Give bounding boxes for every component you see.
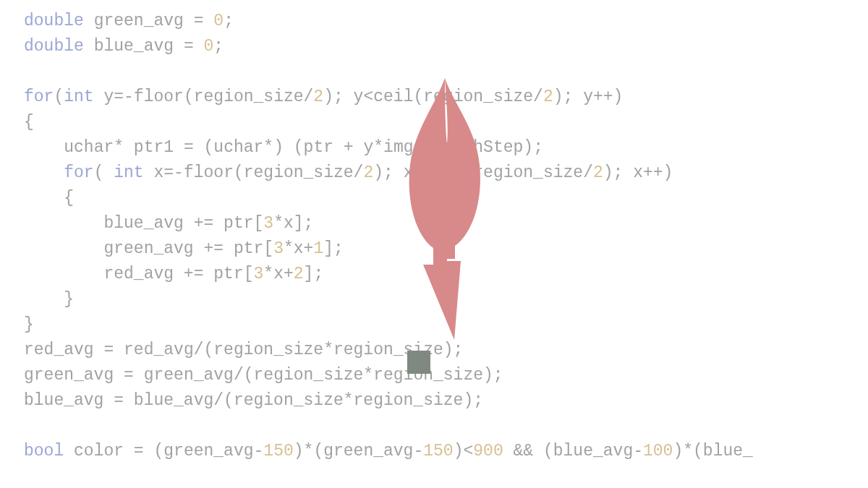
token-punct: [ (254, 214, 264, 233)
token-punct: ( (94, 163, 104, 182)
token-punct: [ (244, 265, 254, 283)
code-line[interactable] (24, 414, 868, 439)
token-ident: blue_avg (134, 391, 213, 410)
token-op: + (284, 265, 294, 283)
token-num: 3 (254, 265, 264, 283)
token-ident: blue_ (703, 442, 753, 461)
code-line[interactable]: } (24, 312, 868, 338)
token-ident: x (273, 265, 284, 283)
token-punct: ( (153, 442, 163, 461)
token-ident: floor (134, 87, 184, 106)
code-line[interactable]: green_avg += ptr[3*x+1]; (24, 236, 868, 262)
token-ident: region_size (473, 163, 583, 182)
code-line[interactable]: double green_avg = 0; (24, 9, 868, 34)
token-punct: ; (333, 239, 344, 258)
token-op: * (304, 442, 314, 461)
token-punct: ; (533, 138, 543, 157)
token-ident: y (363, 138, 373, 157)
token-op: / (234, 366, 244, 385)
token-punct: ( (184, 87, 194, 106)
token-kw: for (64, 163, 93, 182)
token-num: 3 (263, 214, 273, 233)
token-punct: ) (603, 163, 613, 182)
token-ident: y (354, 87, 364, 106)
token-op: -> (414, 138, 434, 157)
token-op: / (194, 341, 204, 359)
token-punct: } (24, 315, 34, 334)
token-op: < (413, 163, 423, 182)
token-ident: blue_avg (94, 37, 174, 56)
token-op: < (363, 87, 373, 106)
token-op: =- (163, 163, 184, 182)
token-punct: ) (294, 442, 304, 461)
token-punct: ; (333, 87, 344, 106)
token-punct: ) (613, 87, 624, 106)
token-punct: { (64, 189, 74, 207)
token-ident: region_size (354, 391, 464, 410)
token-num: 2 (313, 87, 323, 106)
token-num: 900 (473, 442, 503, 461)
token-ident: red_avg (124, 341, 194, 359)
code-line[interactable]: blue_avg = blue_avg/(region_size*region_… (24, 388, 868, 414)
token-ident: green_avg (163, 442, 253, 461)
token-op: && (514, 442, 534, 461)
token-op: ++ (643, 163, 663, 182)
code-line[interactable]: red_avg += ptr[3*x+2]; (24, 262, 868, 287)
token-op: += (194, 214, 214, 233)
token-punct: ; (613, 163, 624, 182)
token-ident: floor (184, 163, 234, 182)
token-op: += (184, 265, 204, 283)
token-op: < (463, 442, 473, 461)
token-ident: region_size (213, 341, 323, 359)
token-op: * (114, 138, 124, 157)
token-op: * (263, 265, 273, 283)
token-ident: blue_avg (553, 442, 633, 461)
token-op: += (203, 239, 224, 258)
code-line[interactable]: double blue_avg = 0; (24, 34, 868, 59)
token-ident: region_size (333, 341, 443, 359)
code-line[interactable]: { (24, 110, 868, 135)
token-op: = (103, 341, 114, 359)
token-punct: ) (663, 163, 673, 182)
code-line[interactable]: uchar* ptr1 = (uchar*) (ptr + y*img->wid… (24, 135, 868, 160)
token-num: 3 (273, 239, 284, 258)
token-punct: ) (673, 442, 683, 461)
token-num: 2 (363, 163, 373, 182)
token-punct: ( (204, 341, 214, 359)
code-line[interactable]: { (24, 186, 868, 211)
token-punct: ) (553, 87, 563, 106)
token-punct: ) (483, 366, 493, 385)
code-line[interactable]: bool color = (green_avg-150)*(green_avg-… (24, 439, 868, 464)
code-line[interactable]: for( int x=-floor(region_size/2); x<ceil… (24, 160, 868, 186)
token-kw: double (24, 12, 84, 30)
token-ident: region_size (234, 391, 344, 410)
token-num: 150 (423, 442, 453, 461)
code-line[interactable] (24, 59, 868, 85)
token-punct: ) (523, 138, 533, 157)
code-line[interactable]: for(int y=-floor(region_size/2); y<ceil(… (24, 85, 868, 110)
token-punct: ] (294, 214, 304, 233)
token-op: / (533, 87, 543, 106)
token-punct: ) (273, 138, 284, 157)
token-op: * (273, 214, 284, 233)
token-op: = (184, 37, 194, 56)
code-line[interactable]: } (24, 287, 868, 312)
code-line[interactable]: green_avg = green_avg/(region_size*regio… (24, 363, 868, 388)
token-ident: x (633, 163, 643, 182)
token-ident: region_size (254, 366, 364, 385)
token-op: * (284, 239, 294, 258)
token-punct: ; (213, 37, 224, 56)
code-editor[interactable]: double green_avg = 0;double blue_avg = 0… (24, 9, 868, 464)
token-punct: ( (413, 87, 423, 106)
token-op: / (354, 163, 364, 182)
code-line[interactable]: red_avg = red_avg/(region_size*region_si… (24, 338, 868, 363)
token-ident: ptr (213, 265, 243, 283)
token-punct: ) (454, 442, 464, 461)
token-op: * (373, 138, 383, 157)
token-ident: uchar (213, 138, 263, 157)
token-ident: ptr (224, 214, 253, 233)
token-op: / (583, 163, 593, 182)
code-line[interactable]: blue_avg += ptr[3*x]; (24, 211, 868, 236)
token-punct: ( (234, 163, 244, 182)
token-op: - (633, 442, 643, 461)
